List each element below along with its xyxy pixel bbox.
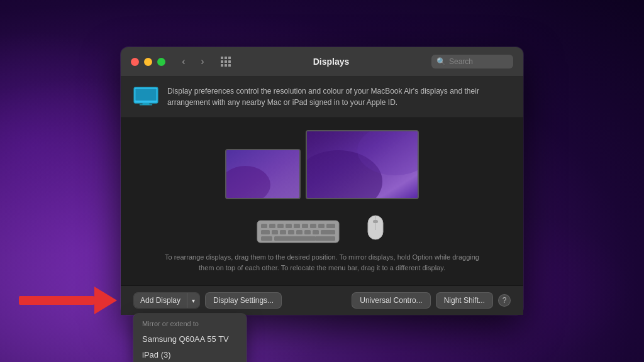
search-placeholder: Search xyxy=(449,57,473,66)
traffic-lights xyxy=(131,58,165,66)
keyboard-icon xyxy=(256,216,357,244)
dropdown-header: Mirror or extend to xyxy=(133,317,247,331)
svg-rect-25 xyxy=(313,230,319,234)
svg-point-7 xyxy=(307,150,382,199)
svg-rect-33 xyxy=(315,236,335,241)
titlebar: ‹ › Displays 🔍 Search xyxy=(121,47,523,77)
svg-rect-38 xyxy=(373,220,378,223)
svg-rect-20 xyxy=(272,230,278,234)
svg-rect-1 xyxy=(135,89,156,101)
add-display-dropdown: Mirror or extend to Samsung Q60AA 55 TV … xyxy=(133,314,247,362)
info-description: Display preferences control the resoluti… xyxy=(167,85,511,108)
arrow-shaft xyxy=(19,296,94,305)
external-display[interactable] xyxy=(306,130,419,199)
display-icon xyxy=(133,87,158,106)
red-arrow xyxy=(19,288,119,313)
add-display-button[interactable]: Add Display xyxy=(134,293,187,308)
right-buttons: Universal Contro... Night Shift... ? xyxy=(352,292,511,309)
grid-icon[interactable] xyxy=(221,57,231,67)
forward-button[interactable]: › xyxy=(194,55,211,68)
macbook-display[interactable] xyxy=(225,149,301,199)
svg-rect-13 xyxy=(286,224,292,228)
info-bar: Display preferences control the resoluti… xyxy=(121,77,523,118)
maximize-button[interactable] xyxy=(157,58,165,66)
search-box[interactable]: 🔍 Search xyxy=(431,55,513,69)
add-display-wrapper: Add Display ▾ xyxy=(133,292,200,309)
dropdown-item-ipad[interactable]: iPad (3) xyxy=(133,347,247,362)
svg-rect-21 xyxy=(280,230,286,234)
svg-point-5 xyxy=(226,166,270,199)
svg-rect-22 xyxy=(288,230,294,234)
svg-rect-35 xyxy=(278,236,316,241)
svg-rect-23 xyxy=(296,230,303,234)
svg-rect-17 xyxy=(318,224,325,228)
help-button[interactable]: ? xyxy=(498,294,511,307)
close-button[interactable] xyxy=(131,58,139,66)
svg-rect-14 xyxy=(294,224,300,228)
display-settings-button[interactable]: Display Settings... xyxy=(205,292,282,309)
svg-rect-11 xyxy=(269,224,275,228)
nav-buttons: ‹ › xyxy=(175,55,211,68)
toolbar: Add Display ▾ Display Settings... Univer… xyxy=(121,286,523,315)
svg-rect-10 xyxy=(261,224,267,228)
displays-window: ‹ › Displays 🔍 Search Display preference… xyxy=(121,47,523,315)
keyboard-mouse-icons xyxy=(256,212,388,247)
svg-rect-6 xyxy=(307,131,419,199)
svg-rect-15 xyxy=(302,224,308,228)
svg-rect-18 xyxy=(326,224,335,228)
display-hint-text: To rearrange displays, drag them to the … xyxy=(165,252,479,273)
search-icon: 🔍 xyxy=(436,57,446,66)
svg-rect-26 xyxy=(321,230,335,234)
left-buttons: Add Display ▾ Display Settings... xyxy=(133,292,282,309)
svg-rect-16 xyxy=(310,224,316,228)
svg-rect-12 xyxy=(277,224,284,228)
night-shift-button[interactable]: Night Shift... xyxy=(436,292,493,309)
svg-rect-3 xyxy=(140,104,153,106)
back-button[interactable]: ‹ xyxy=(175,55,192,68)
svg-rect-24 xyxy=(304,230,311,234)
svg-rect-19 xyxy=(261,230,270,234)
minimize-button[interactable] xyxy=(144,58,152,66)
display-area: To rearrange displays, drag them to the … xyxy=(121,118,523,286)
window-title: Displays xyxy=(238,57,424,67)
universal-control-button[interactable]: Universal Contro... xyxy=(352,292,430,309)
dropdown-item-samsung[interactable]: Samsung Q60AA 55 TV xyxy=(133,331,247,347)
add-display-dropdown-button[interactable]: ▾ xyxy=(187,293,199,308)
arrow-head xyxy=(94,287,117,314)
svg-rect-4 xyxy=(226,150,301,199)
mouse-icon xyxy=(363,212,388,247)
monitors-container xyxy=(225,130,419,199)
svg-point-8 xyxy=(357,131,419,175)
